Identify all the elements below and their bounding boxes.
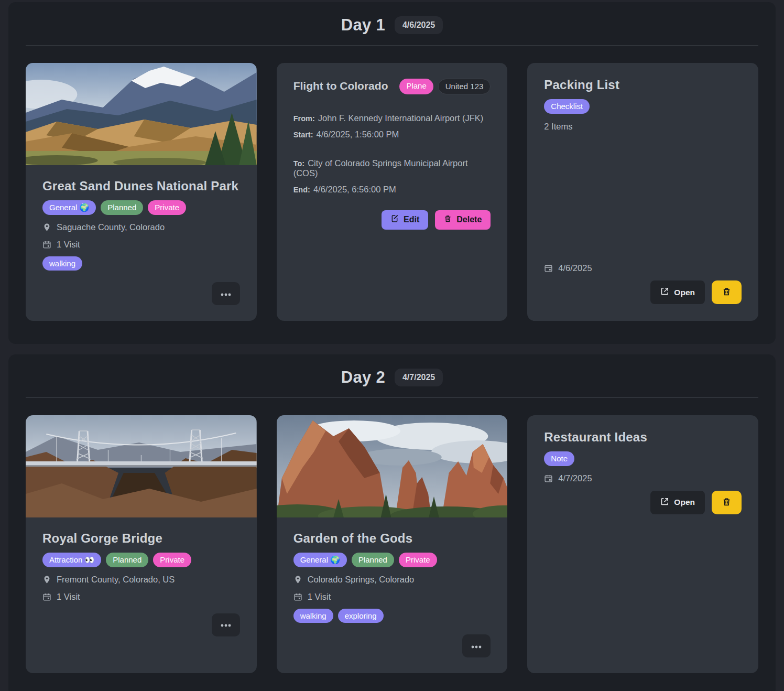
day-2-header: Day 2 4/7/2025: [26, 368, 758, 387]
location-pin-icon: [293, 575, 302, 584]
day-1-title: Day 1: [341, 16, 385, 35]
location-text: Saguache County, Colorado: [57, 222, 165, 232]
edit-icon: [390, 214, 399, 225]
open-button[interactable]: Open: [650, 491, 705, 514]
day-2-divider: [26, 397, 758, 398]
visits-text: 1 Visit: [57, 592, 80, 602]
open-button[interactable]: Open: [650, 280, 705, 304]
location-text: Fremont County, Colorado, US: [57, 575, 175, 585]
tag-row: General 🌍 Planned Private: [42, 200, 240, 215]
note-tag: Note: [544, 451, 574, 466]
card-title: Royal Gorge Bridge: [42, 531, 240, 546]
departure-block: From:John F. Kennedy International Airpo…: [293, 107, 491, 139]
tag-row: General 🌍 Planned Private: [293, 553, 491, 567]
card-title: Restaurant Ideas: [544, 430, 742, 445]
ellipsis-icon: [471, 642, 482, 650]
footer-actions: Open: [544, 491, 742, 514]
note-card-restaurant-ideas: Restaurant Ideas Note 4/7/2025 Open: [527, 415, 758, 673]
delete-note-button[interactable]: [712, 491, 742, 514]
day-2-cards: Royal Gorge Bridge Attraction 👀 Planned …: [26, 415, 758, 673]
flight-badges: Plane United 123: [399, 79, 491, 94]
card-body: Garden of the Gods General 🌍 Planned Pri…: [277, 517, 508, 673]
calendar-icon: [293, 592, 302, 601]
transportation-card-flight: Flight to Colorado Plane United 123 From…: [277, 63, 508, 321]
category-tag: General 🌍: [42, 200, 96, 215]
more-options-button[interactable]: [212, 282, 240, 305]
start-value: 4/6/2025, 1:56:00 PM: [317, 129, 399, 139]
end-label: End:: [293, 186, 310, 194]
location-pin-icon: [42, 575, 51, 584]
delete-checklist-button[interactable]: [712, 280, 742, 304]
flight-header: Flight to Colorado Plane United 123: [293, 79, 491, 94]
more-options-button[interactable]: [212, 613, 240, 636]
location-row: Colorado Springs, Colorado: [293, 575, 491, 585]
external-link-icon: [660, 287, 669, 298]
day-section-1: Day 1 4/6/2025: [8, 2, 776, 344]
edit-button[interactable]: Edit: [382, 210, 428, 230]
ellipsis-icon: [221, 621, 231, 629]
visits-row: 1 Visit: [293, 592, 491, 602]
day-1-divider: [26, 45, 758, 46]
activity-tags: walking exploring: [293, 609, 491, 623]
location-row: Saguache County, Colorado: [42, 222, 240, 232]
card-footer: 4/6/2025 Open: [544, 256, 742, 304]
tag-row: Checklist: [544, 99, 742, 114]
date-row: 4/6/2025: [544, 263, 742, 273]
day-2-date-badge: 4/7/2025: [395, 369, 443, 386]
external-link-icon: [660, 497, 669, 508]
card-title: Packing List: [544, 78, 742, 92]
place-card-garden-of-the-gods: Garden of the Gods General 🌍 Planned Pri…: [277, 415, 508, 673]
end-value: 4/6/2025, 6:56:00 PM: [313, 185, 396, 194]
location-row: Fremont County, Colorado, US: [42, 575, 240, 585]
from-row: From:John F. Kennedy International Airpo…: [293, 113, 491, 123]
activity-tag: walking: [293, 609, 333, 623]
day-section-2: Day 2 4/7/2025: [8, 354, 776, 691]
delete-button[interactable]: Delete: [435, 210, 491, 230]
open-button-label: Open: [674, 288, 695, 297]
to-label: To:: [293, 159, 304, 168]
visits-text: 1 Visit: [308, 592, 331, 602]
card-body: Great Sand Dunes National Park General 🌍…: [26, 165, 257, 321]
place-card-great-sand-dunes: Great Sand Dunes National Park General 🌍…: [26, 63, 257, 321]
privacy-tag: Private: [399, 553, 437, 567]
visits-row: 1 Visit: [42, 592, 240, 602]
start-label: Start:: [293, 131, 313, 139]
day-1-date-badge: 4/6/2025: [395, 16, 443, 34]
tag-row: Note: [544, 451, 742, 466]
more-options-button[interactable]: [462, 634, 491, 657]
to-value: City of Colorado Springs Municipal Airpo…: [293, 158, 468, 178]
footer-actions: Open: [544, 280, 742, 304]
from-label: From:: [293, 114, 315, 123]
card-title: Great Sand Dunes National Park: [42, 179, 240, 193]
arrival-block: To:City of Colorado Springs Municipal Ai…: [293, 152, 491, 195]
place-card-royal-gorge-bridge: Royal Gorge Bridge Attraction 👀 Planned …: [26, 415, 257, 673]
trash-icon: [722, 287, 731, 298]
card-body: Packing List Checklist 2 Items 4/6/2025: [527, 63, 758, 321]
end-row: End:4/6/2025, 6:56:00 PM: [293, 185, 491, 195]
trash-icon: [722, 497, 731, 508]
flight-number-badge: United 123: [438, 79, 491, 94]
to-row: To:City of Colorado Springs Municipal Ai…: [293, 158, 491, 178]
status-tag: Planned: [352, 553, 394, 567]
calendar-icon: [544, 474, 553, 483]
ellipsis-icon: [221, 290, 231, 298]
great-sand-dunes-photo: [26, 63, 257, 165]
date-row: 4/7/2025: [544, 473, 742, 483]
card-title: Garden of the Gods: [293, 531, 491, 546]
tag-row: Attraction 👀 Planned Private: [42, 553, 240, 567]
garden-of-the-gods-photo: [277, 415, 508, 517]
calendar-icon: [42, 240, 51, 249]
calendar-icon: [544, 264, 553, 273]
status-tag: Planned: [101, 200, 143, 215]
day-2-title: Day 2: [341, 368, 385, 387]
visits-text: 1 Visit: [57, 240, 80, 250]
date-text: 4/6/2025: [558, 263, 592, 273]
transport-mode-tag: Plane: [399, 79, 433, 94]
card-title: Flight to Colorado: [293, 80, 388, 92]
items-count: 2 Items: [544, 122, 742, 132]
card-body: Flight to Colorado Plane United 123 From…: [277, 63, 508, 321]
visits-row: 1 Visit: [42, 240, 240, 250]
activity-tag: exploring: [338, 609, 384, 623]
open-button-label: Open: [674, 498, 695, 507]
calendar-icon: [42, 592, 51, 601]
